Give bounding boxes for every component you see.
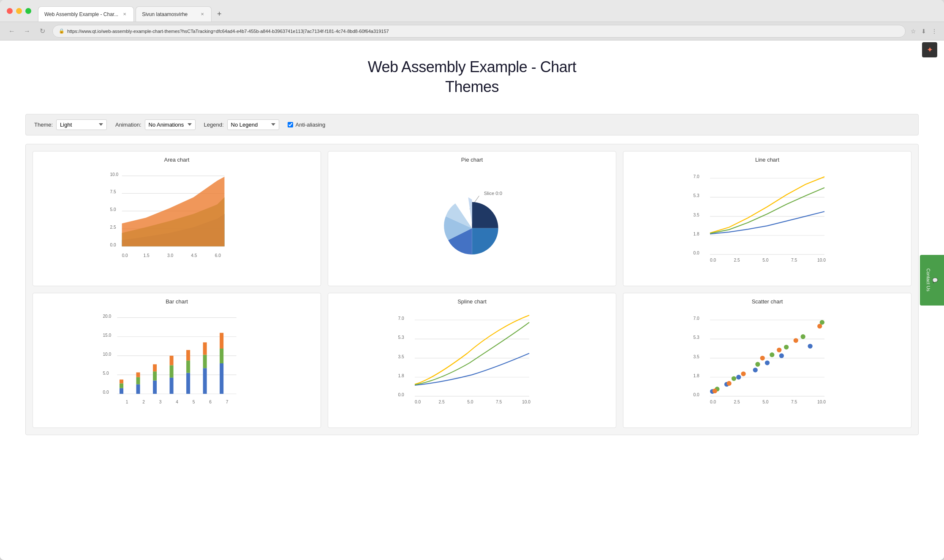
line-chart-box: Line chart 7.0 5.3 3.5 1.8 0.0 0.0 2.5 5… bbox=[623, 151, 911, 286]
url-bar[interactable]: 🔒 https://www.qt.io/web-assembly-example… bbox=[52, 25, 906, 38]
spline-chart-box: Spline chart 7.0 5.3 3.5 1.8 0.0 0.0 2.5… bbox=[328, 293, 616, 428]
contact-us-icon: 💬 bbox=[933, 277, 938, 283]
close-button[interactable] bbox=[7, 8, 13, 14]
hubspot-symbol: ✦ bbox=[927, 45, 933, 54]
svg-text:5.0: 5.0 bbox=[762, 399, 768, 404]
svg-text:0.0: 0.0 bbox=[122, 253, 128, 257]
svg-point-119 bbox=[741, 371, 745, 376]
svg-text:0.0: 0.0 bbox=[103, 390, 109, 395]
new-tab-button[interactable]: + bbox=[213, 8, 225, 20]
scatter-chart-svg: 7.0 5.3 3.5 1.8 0.0 0.0 2.5 5.0 7.5 10.0 bbox=[628, 308, 906, 422]
pie-chart-box: Pie chart Slice 0:0 bbox=[328, 151, 616, 286]
contact-us-container: 💬 Contact Us bbox=[920, 255, 944, 306]
svg-point-113 bbox=[770, 352, 774, 357]
legend-label: Legend: bbox=[204, 122, 224, 128]
traffic-lights bbox=[7, 8, 31, 14]
svg-text:3.5: 3.5 bbox=[693, 354, 699, 359]
svg-text:0.0: 0.0 bbox=[415, 399, 421, 404]
svg-text:0.0: 0.0 bbox=[398, 392, 404, 397]
hubspot-icon[interactable]: ✦ bbox=[922, 42, 937, 57]
maximize-button[interactable] bbox=[25, 8, 31, 14]
svg-rect-63 bbox=[170, 356, 174, 365]
svg-point-121 bbox=[777, 347, 781, 352]
svg-rect-55 bbox=[136, 384, 140, 394]
tab-1-close[interactable]: ✕ bbox=[122, 11, 128, 17]
svg-text:0.0: 0.0 bbox=[693, 250, 699, 255]
svg-point-108 bbox=[779, 353, 784, 358]
svg-text:0.0: 0.0 bbox=[710, 257, 716, 262]
svg-point-115 bbox=[801, 334, 805, 339]
legend-group: Legend: No LegendRight LegendBottom Lege… bbox=[204, 119, 279, 130]
area-chart-svg: 10.0 7.5 5.0 2.5 0.0 0.0 1.5 3.0 4.5 6.0 bbox=[38, 166, 316, 281]
svg-marker-17 bbox=[122, 176, 225, 246]
tab-1-label: Web Assembly Example - Char... bbox=[44, 11, 118, 17]
svg-text:7.0: 7.0 bbox=[398, 316, 404, 321]
bar-chart-area: 20.0 15.0 10.0 5.0 0.0 1 2 3 4 5 6 7 bbox=[38, 308, 316, 422]
svg-rect-56 bbox=[136, 377, 140, 384]
svg-text:0.0: 0.0 bbox=[110, 242, 116, 247]
svg-point-117 bbox=[713, 388, 717, 393]
area-chart-box: Area chart 10.0 7.5 5.0 2.5 0.0 0.0 1.5 … bbox=[33, 151, 321, 286]
legend-select[interactable]: No LegendRight LegendBottom Legend bbox=[227, 119, 279, 130]
svg-text:7: 7 bbox=[226, 399, 229, 404]
svg-rect-52 bbox=[120, 388, 123, 394]
contact-us-label: Contact Us bbox=[926, 268, 931, 291]
spline-chart-title: Spline chart bbox=[333, 298, 611, 305]
svg-text:Slice 0:0: Slice 0:0 bbox=[484, 190, 502, 195]
svg-text:7.0: 7.0 bbox=[693, 174, 699, 179]
forward-button[interactable]: → bbox=[22, 26, 32, 36]
svg-rect-69 bbox=[203, 342, 207, 354]
svg-text:15.0: 15.0 bbox=[103, 333, 111, 337]
refresh-button[interactable]: ↻ bbox=[37, 26, 47, 36]
svg-text:7.5: 7.5 bbox=[110, 189, 116, 194]
tab-2-close[interactable]: ✕ bbox=[199, 11, 205, 17]
svg-text:5: 5 bbox=[193, 399, 195, 404]
lock-icon: 🔒 bbox=[59, 28, 65, 34]
scatter-chart-box: Scatter chart 7.0 5.3 3.5 1.8 0.0 0.0 2.… bbox=[623, 293, 911, 428]
svg-text:2.5: 2.5 bbox=[734, 399, 740, 404]
contact-us-button[interactable]: 💬 Contact Us bbox=[920, 255, 944, 306]
theme-select[interactable]: LightDarkBlue CeruleanBrown SandDark Blu… bbox=[56, 119, 107, 130]
bar-chart-box: Bar chart 20.0 15.0 10.0 5.0 0.0 1 2 3 4 bbox=[33, 293, 321, 428]
svg-point-112 bbox=[755, 362, 760, 366]
svg-rect-59 bbox=[153, 371, 157, 380]
antialiasing-group: Anti-aliasing bbox=[288, 122, 326, 128]
svg-text:10.0: 10.0 bbox=[817, 257, 826, 262]
animation-select[interactable]: No AnimationsAll Animations bbox=[145, 119, 196, 130]
back-button[interactable]: ← bbox=[7, 26, 17, 36]
svg-rect-68 bbox=[203, 354, 207, 368]
svg-text:5.0: 5.0 bbox=[103, 371, 109, 376]
svg-rect-67 bbox=[203, 368, 207, 394]
extensions-icon[interactable]: ⋮ bbox=[931, 28, 937, 35]
charts-container: Area chart 10.0 7.5 5.0 2.5 0.0 0.0 1.5 … bbox=[25, 144, 919, 435]
svg-text:7.0: 7.0 bbox=[693, 316, 699, 321]
pie-chart-area: Slice 0:0 bbox=[333, 166, 611, 281]
svg-text:4: 4 bbox=[176, 399, 178, 404]
svg-rect-64 bbox=[186, 373, 190, 394]
bookmark-icon[interactable]: ☆ bbox=[911, 28, 916, 35]
svg-text:10.0: 10.0 bbox=[817, 399, 826, 404]
spline-chart-svg: 7.0 5.3 3.5 1.8 0.0 0.0 2.5 5.0 7.5 10.0 bbox=[333, 308, 611, 422]
svg-text:7.5: 7.5 bbox=[791, 257, 797, 262]
tabs-bar: Web Assembly Example - Char... ✕ Sivun l… bbox=[38, 0, 937, 22]
svg-rect-61 bbox=[170, 377, 174, 393]
tab-1[interactable]: Web Assembly Example - Char... ✕ bbox=[38, 6, 134, 22]
animation-label: Animation: bbox=[115, 122, 141, 128]
download-icon[interactable]: ⬇ bbox=[921, 28, 926, 35]
line-chart-svg: 7.0 5.3 3.5 1.8 0.0 0.0 2.5 5.0 7.5 10.0 bbox=[628, 166, 906, 281]
svg-text:0.0: 0.0 bbox=[710, 399, 716, 404]
svg-text:5.3: 5.3 bbox=[693, 335, 699, 340]
controls-bar: Theme: LightDarkBlue CeruleanBrown SandD… bbox=[25, 114, 919, 135]
spline-chart-area: 7.0 5.3 3.5 1.8 0.0 0.0 2.5 5.0 7.5 10.0 bbox=[333, 308, 611, 422]
svg-text:1.8: 1.8 bbox=[398, 373, 404, 378]
antialiasing-checkbox[interactable] bbox=[288, 122, 293, 127]
svg-text:5.0: 5.0 bbox=[762, 257, 768, 262]
tab-2[interactable]: Sivun lataamosvirhe ✕ bbox=[136, 6, 212, 22]
svg-text:0.0: 0.0 bbox=[693, 392, 699, 397]
scatter-chart-area: 7.0 5.3 3.5 1.8 0.0 0.0 2.5 5.0 7.5 10.0 bbox=[628, 308, 906, 422]
svg-text:10.0: 10.0 bbox=[103, 352, 111, 357]
svg-rect-62 bbox=[170, 365, 174, 377]
svg-point-118 bbox=[727, 381, 732, 385]
svg-rect-72 bbox=[220, 333, 223, 348]
minimize-button[interactable] bbox=[16, 8, 22, 14]
